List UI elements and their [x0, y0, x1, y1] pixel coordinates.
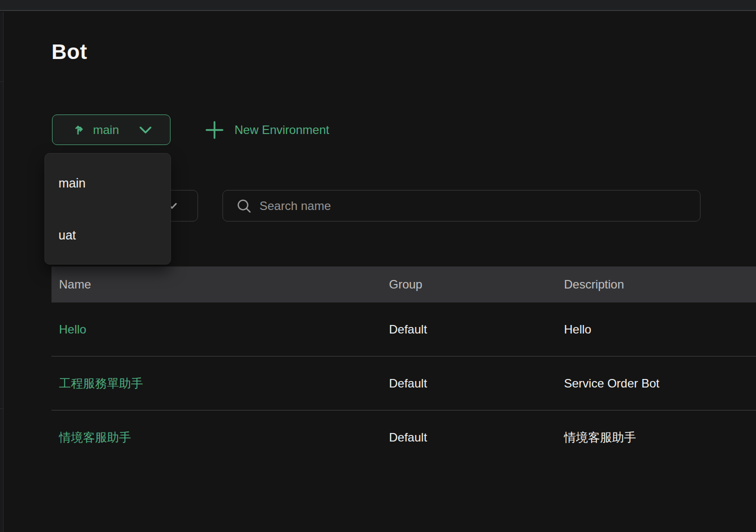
search-icon	[236, 198, 252, 214]
search-box	[222, 190, 700, 222]
table-row: Hello Default Hello	[52, 302, 756, 356]
bot-table: Name Group Description Hello Default Hel…	[52, 266, 756, 464]
sidebar-divider	[0, 408, 4, 409]
chevron-down-icon	[138, 125, 153, 135]
table-row: 情境客服助手 Default 情境客服助手	[52, 410, 756, 464]
environment-option-uat[interactable]: uat	[45, 209, 170, 261]
bot-description: Service Order Bot	[564, 376, 756, 390]
environment-dropdown-menu: main uat	[44, 153, 171, 264]
bot-name-link[interactable]: 工程服務單助手	[59, 376, 143, 390]
environment-switcher-button[interactable]: main	[52, 114, 170, 145]
git-branch-icon	[74, 123, 87, 136]
collapsed-sidebar-edge	[0, 12, 4, 532]
bot-group: Default	[389, 322, 564, 336]
page-title: Bot	[52, 40, 87, 64]
column-header-group: Group	[389, 278, 564, 292]
search-input[interactable]	[260, 199, 690, 213]
bot-group: Default	[389, 430, 564, 444]
bot-name-link[interactable]: 情境客服助手	[59, 430, 131, 444]
bot-page: Bot main New Environment	[0, 0, 756, 532]
new-environment-label: New Environment	[234, 123, 329, 137]
sidebar-divider	[0, 82, 4, 82]
bot-description: Hello	[564, 322, 756, 336]
environment-option-main[interactable]: main	[45, 157, 170, 209]
bot-name-link[interactable]: Hello	[59, 322, 86, 336]
table-header-row: Name Group Description	[52, 266, 756, 302]
table-row: 工程服務單助手 Default Service Order Bot	[52, 356, 756, 410]
plus-icon	[206, 121, 224, 139]
bot-description: 情境客服助手	[564, 430, 756, 446]
column-header-name: Name	[52, 278, 389, 292]
window-top-bar	[0, 0, 756, 11]
column-header-description: Description	[564, 278, 756, 292]
new-environment-button[interactable]: New Environment	[206, 118, 329, 142]
selected-environment-label: main	[93, 123, 119, 137]
bot-group: Default	[389, 376, 564, 390]
